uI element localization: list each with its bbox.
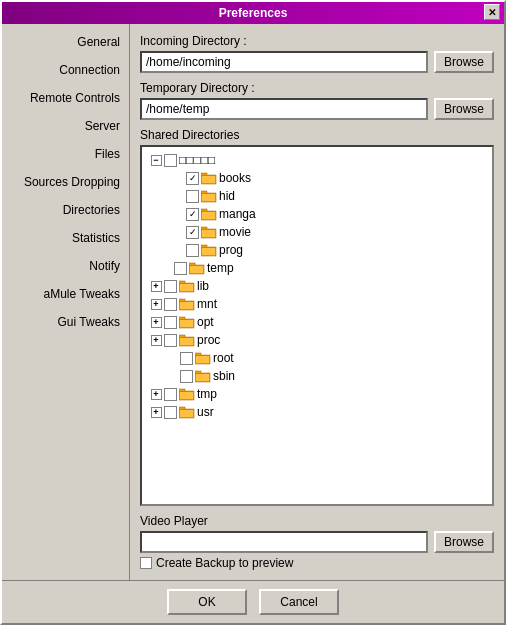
- video-input[interactable]: [140, 531, 428, 553]
- sidebar-item-notify[interactable]: Notify: [2, 252, 129, 280]
- tree-checkbox[interactable]: [164, 316, 177, 329]
- sidebar-item-remote-controls[interactable]: Remote Controls: [2, 84, 129, 112]
- list-item[interactable]: + opt: [142, 313, 492, 331]
- close-button[interactable]: ✕: [484, 4, 500, 20]
- temp-input[interactable]: [140, 98, 428, 120]
- list-item[interactable]: + proc: [142, 331, 492, 349]
- list-item[interactable]: manga: [142, 205, 492, 223]
- svg-rect-22: [190, 266, 203, 273]
- tree-checkbox[interactable]: [164, 334, 177, 347]
- sidebar-item-directories[interactable]: Directories: [2, 196, 129, 224]
- list-item[interactable]: movie: [142, 223, 492, 241]
- list-item[interactable]: + lib: [142, 277, 492, 295]
- list-item[interactable]: temp: [142, 259, 492, 277]
- tree-node-label: tmp: [197, 387, 217, 401]
- incoming-input[interactable]: [140, 51, 428, 73]
- sidebar: GeneralConnectionRemote ControlsServerFi…: [2, 24, 130, 580]
- list-item[interactable]: sbin: [142, 367, 492, 385]
- folder-icon: [195, 351, 211, 365]
- temp-browse-button[interactable]: Browse: [434, 98, 494, 120]
- bottom-bar: OK Cancel: [2, 580, 504, 623]
- svg-rect-7: [201, 193, 216, 194]
- sidebar-item-server[interactable]: Server: [2, 112, 129, 140]
- sidebar-item-amule-tweaks[interactable]: aMule Tweaks: [2, 280, 129, 308]
- svg-rect-18: [202, 248, 215, 255]
- tree-checkbox[interactable]: [174, 262, 187, 275]
- tree-checkbox[interactable]: [180, 352, 193, 365]
- svg-rect-3: [201, 175, 216, 176]
- svg-rect-10: [202, 212, 215, 219]
- expand-icon[interactable]: +: [148, 386, 164, 402]
- incoming-input-row: Browse: [140, 51, 494, 73]
- video-section: Video Player Browse Create Backup to pre…: [140, 514, 494, 570]
- shared-label: Shared Directories: [140, 128, 494, 142]
- ok-button[interactable]: OK: [167, 589, 247, 615]
- tree-node-label: root: [213, 351, 234, 365]
- collapse-icon[interactable]: −: [148, 152, 164, 168]
- folder-icon: [179, 387, 195, 401]
- folder-icon: [201, 189, 217, 203]
- svg-rect-39: [179, 337, 194, 338]
- titlebar: Preferences ✕: [2, 2, 504, 24]
- expand-icon[interactable]: +: [148, 404, 164, 420]
- tree-checkbox[interactable]: [186, 190, 199, 203]
- list-item[interactable]: + tmp: [142, 385, 492, 403]
- tree-checkbox[interactable]: [164, 154, 177, 167]
- svg-rect-2: [202, 176, 215, 183]
- window-title: Preferences: [219, 6, 288, 20]
- main-panel: Incoming Directory : Browse Temporary Di…: [130, 24, 504, 580]
- tree-checkbox[interactable]: [164, 388, 177, 401]
- incoming-browse-button[interactable]: Browse: [434, 51, 494, 73]
- incoming-label: Incoming Directory :: [140, 34, 494, 48]
- tree-checkbox[interactable]: [186, 172, 199, 185]
- list-item[interactable]: + usr: [142, 403, 492, 421]
- list-item[interactable]: root: [142, 349, 492, 367]
- sidebar-item-sources-dropping[interactable]: Sources Dropping: [2, 168, 129, 196]
- svg-rect-30: [180, 302, 193, 309]
- expand-icon[interactable]: +: [148, 314, 164, 330]
- list-item[interactable]: −□□□□□: [142, 151, 492, 169]
- expand-icon[interactable]: +: [148, 296, 164, 312]
- sidebar-item-general[interactable]: General: [2, 28, 129, 56]
- sidebar-item-files[interactable]: Files: [2, 140, 129, 168]
- folder-icon: [179, 315, 195, 329]
- folder-icon: [189, 261, 205, 275]
- backup-label: Create Backup to preview: [156, 556, 293, 570]
- tree-checkbox[interactable]: [164, 406, 177, 419]
- folder-icon: [201, 171, 217, 185]
- svg-rect-46: [196, 374, 209, 381]
- folder-icon: [179, 333, 195, 347]
- tree-node-label: hid: [219, 189, 235, 203]
- temp-label: Temporary Directory :: [140, 81, 494, 95]
- svg-rect-51: [179, 391, 194, 392]
- tree-node-label: movie: [219, 225, 251, 239]
- tree-checkbox[interactable]: [180, 370, 193, 383]
- list-item[interactable]: + mnt: [142, 295, 492, 313]
- tree-node-label: lib: [197, 279, 209, 293]
- list-item[interactable]: books: [142, 169, 492, 187]
- list-item[interactable]: prog: [142, 241, 492, 259]
- expand-icon[interactable]: +: [148, 332, 164, 348]
- tree-node-label: □□□□□: [179, 153, 215, 167]
- tree-checkbox[interactable]: [186, 244, 199, 257]
- svg-rect-31: [179, 301, 194, 302]
- backup-row: Create Backup to preview: [140, 556, 494, 570]
- list-item[interactable]: hid: [142, 187, 492, 205]
- backup-checkbox[interactable]: [140, 557, 152, 569]
- tree-checkbox[interactable]: [186, 208, 199, 221]
- expand-icon[interactable]: +: [148, 278, 164, 294]
- tree-node-label: books: [219, 171, 251, 185]
- tree-node-label: sbin: [213, 369, 235, 383]
- svg-rect-38: [180, 338, 193, 345]
- sidebar-item-gui-tweaks[interactable]: Gui Tweaks: [2, 308, 129, 336]
- tree-checkbox[interactable]: [164, 280, 177, 293]
- preferences-window: Preferences ✕ GeneralConnectionRemote Co…: [0, 0, 506, 625]
- sidebar-item-statistics[interactable]: Statistics: [2, 224, 129, 252]
- tree-container[interactable]: −□□□□□ books hid manga movie prog temp+ …: [140, 145, 494, 506]
- video-browse-button[interactable]: Browse: [434, 531, 494, 553]
- tree-checkbox[interactable]: [164, 298, 177, 311]
- tree-checkbox[interactable]: [186, 226, 199, 239]
- sidebar-item-connection[interactable]: Connection: [2, 56, 129, 84]
- cancel-button[interactable]: Cancel: [259, 589, 339, 615]
- folder-icon: [179, 279, 195, 293]
